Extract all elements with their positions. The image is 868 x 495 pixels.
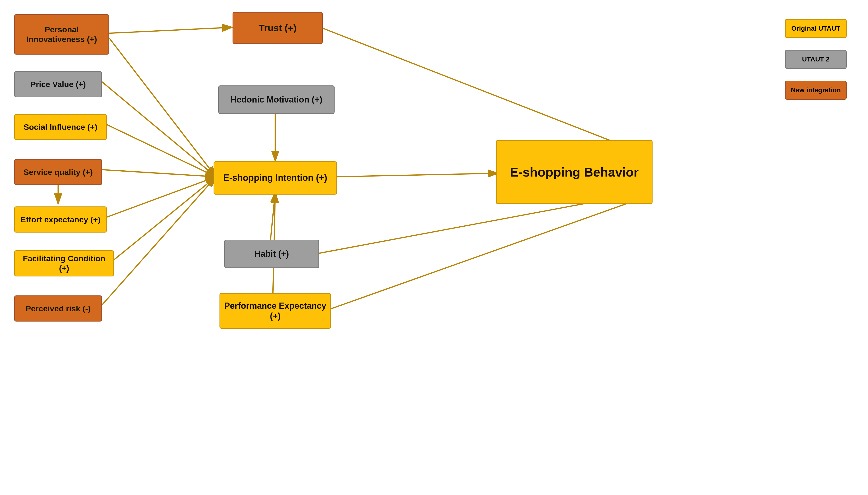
diagram-container: PersonalInnovativeness (+) Price Value (… [0,0,868,495]
node-eshopping-intention: E-shopping Intention (+) [213,161,337,194]
node-social-influence: Social Influence (+) [14,114,107,140]
node-trust: Trust (+) [232,12,323,44]
svg-line-4 [107,124,216,177]
legend-box-new-integration: New integration [785,81,847,100]
legend-box-original-utaut: Original UTAUT [785,19,847,38]
node-habit: Habit (+) [224,240,319,268]
node-effort-expectancy: Effort expectancy (+) [14,206,107,233]
node-hedonic-motivation: Hedonic Motivation (+) [218,85,334,114]
svg-line-5 [102,170,216,177]
svg-line-16 [325,197,645,311]
svg-line-2 [109,38,216,177]
node-service-quality: Service quality (+) [14,159,102,185]
legend-item-utaut2: UTAUT 2 [785,50,847,69]
svg-line-1 [109,27,232,33]
legend-box-utaut2: UTAUT 2 [785,50,847,69]
node-price-value: Price Value (+) [14,71,102,97]
svg-line-8 [114,177,216,260]
legend: Original UTAUT UTAUT 2 New integration [785,19,847,100]
svg-line-3 [102,82,216,177]
svg-line-12 [334,173,498,177]
svg-line-10 [320,27,645,154]
node-facilitating-condition: Facilitating Condition (+) [14,250,114,276]
node-personal-innovativeness: PersonalInnovativeness (+) [14,14,109,55]
node-perceived-risk: Perceived risk (-) [14,295,102,322]
svg-line-7 [107,177,216,217]
arrows-svg [0,0,868,495]
svg-line-9 [102,177,216,305]
legend-item-new-integration: New integration [785,81,847,100]
svg-line-13 [271,192,275,240]
node-eshopping-behavior: E-shopping Behavior [496,140,653,204]
node-performance-expectancy: Performance Expectancy(+) [220,293,331,329]
legend-item-original-utaut: Original UTAUT [785,19,847,38]
